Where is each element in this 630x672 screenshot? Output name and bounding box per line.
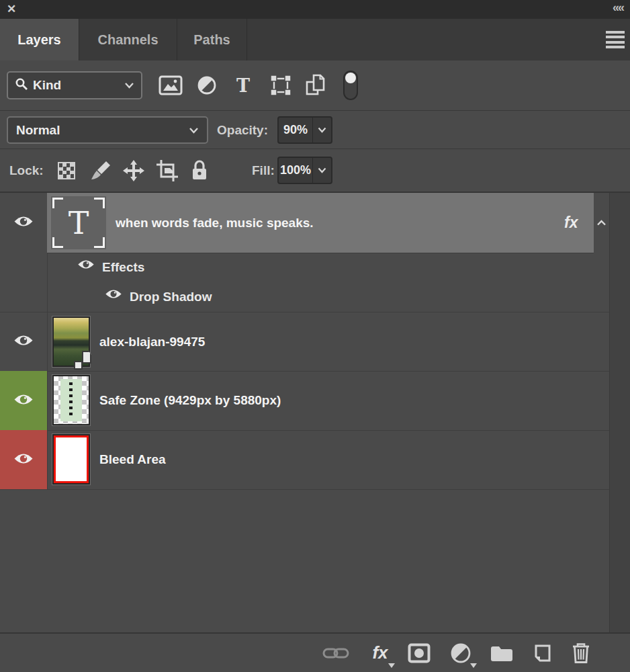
blend-mode-dropdown[interactable]: Normal	[7, 116, 208, 144]
eye-icon	[13, 452, 34, 468]
opacity-field[interactable]: 90%	[277, 116, 332, 144]
filter-adjustment-layers-icon[interactable]	[193, 60, 220, 110]
effects-row[interactable]: Effects	[0, 253, 609, 282]
filter-pixel-layers-icon[interactable]	[156, 60, 185, 110]
new-group-folder-icon[interactable]	[488, 634, 516, 672]
eye-icon	[13, 215, 34, 230]
link-layers-icon[interactable]	[321, 634, 351, 672]
tab-channels[interactable]: Channels	[79, 19, 177, 60]
layer-row-bleed-area[interactable]: Bleed Area	[0, 430, 609, 489]
fx-menu-arrow-icon	[388, 663, 395, 668]
opacity-dropdown-icon[interactable]	[313, 118, 331, 142]
scrollbar-track[interactable]	[609, 193, 630, 632]
drop-shadow-row[interactable]: Drop Shadow	[0, 282, 609, 312]
filter-kind-label: Kind	[33, 78, 61, 93]
layer-fx-badge[interactable]: fx	[564, 193, 578, 253]
layer-row-image[interactable]: alex-blajan-99475	[0, 312, 609, 371]
drop-shadow-visibility-toggle[interactable]	[105, 288, 122, 302]
chevron-down-icon	[124, 79, 134, 91]
tab-paths[interactable]: Paths	[177, 19, 247, 60]
smart-object-badge-icon	[74, 351, 91, 370]
filter-type-layers-icon[interactable]: T	[230, 60, 257, 110]
layers-panel: ✕ «« Layers Channels Paths Kind T	[0, 0, 630, 672]
filter-bar: Kind T	[0, 60, 630, 110]
effects-visibility-toggle[interactable]	[77, 259, 95, 273]
lock-image-pixels-brush-icon[interactable]	[89, 149, 113, 192]
fill-label: Fill:	[252, 149, 275, 192]
layer-name[interactable]: Safe Zone (9429px by 5880px)	[99, 371, 281, 430]
visibility-toggle[interactable]	[0, 312, 47, 371]
type-thumbnail-glyph: T	[51, 196, 106, 249]
lock-transparent-pixels-icon[interactable]	[55, 149, 78, 192]
filter-toggle-icon[interactable]	[339, 60, 363, 110]
panel-menu-icon[interactable]	[606, 31, 625, 48]
layers-footer-toolbar: fx	[0, 634, 630, 672]
safe-zone-thumbnail[interactable]	[52, 375, 90, 425]
filter-shape-layers-icon[interactable]	[266, 60, 296, 110]
lock-artboard-nesting-icon[interactable]	[154, 149, 180, 192]
opacity-value[interactable]: 90%	[279, 118, 313, 142]
search-icon	[15, 77, 28, 93]
effects-label[interactable]: Effects	[102, 253, 144, 282]
layer-name[interactable]: Bleed Area	[99, 430, 166, 489]
visibility-toggle-green-label[interactable]	[0, 371, 47, 430]
bleed-area-thumbnail[interactable]	[52, 434, 90, 485]
fill-dropdown-icon[interactable]	[313, 158, 331, 183]
drop-shadow-label[interactable]: Drop Shadow	[130, 282, 212, 312]
filter-kind-dropdown[interactable]: Kind	[7, 71, 142, 99]
divider	[0, 489, 609, 490]
layer-list: T when words fade, music speaks. fx Effe…	[0, 193, 630, 632]
text-layer-thumbnail[interactable]: T	[51, 196, 106, 249]
fill-value[interactable]: 100%	[279, 158, 313, 183]
safe-zone-marks	[69, 382, 73, 416]
filter-smart-objects-icon[interactable]	[302, 60, 329, 110]
layer-row-safe-zone[interactable]: Safe Zone (9429px by 5880px)	[0, 371, 609, 430]
collapse-effects-chevron[interactable]	[594, 193, 609, 253]
adjustment-menu-arrow-icon	[470, 663, 477, 668]
layer-name[interactable]: alex-blajan-99475	[99, 312, 205, 371]
layer-row-text[interactable]: T when words fade, music speaks. fx	[0, 193, 609, 253]
fill-field[interactable]: 100%	[277, 157, 332, 184]
lock-label: Lock:	[9, 149, 44, 192]
panel-tab-bar: Layers Channels Paths	[0, 19, 630, 60]
chevron-down-icon	[189, 124, 199, 136]
visibility-toggle-red-label[interactable]	[0, 430, 47, 489]
close-icon[interactable]: ✕	[7, 2, 16, 16]
blend-bar: Normal Opacity: 90%	[0, 111, 630, 149]
blend-mode-value: Normal	[16, 123, 60, 138]
lock-bar: Lock: Fill: 100%	[0, 149, 630, 192]
add-layer-mask-icon[interactable]	[406, 634, 433, 672]
panel-title-bar: ✕ ««	[0, 0, 630, 19]
new-layer-icon[interactable]	[529, 634, 555, 672]
lock-position-move-icon[interactable]	[121, 149, 146, 192]
eye-icon	[13, 334, 34, 349]
tab-layers[interactable]: Layers	[0, 19, 79, 60]
image-layer-thumbnail[interactable]	[52, 317, 90, 367]
bleed-area-preview	[54, 435, 89, 483]
opacity-label: Opacity:	[217, 111, 268, 149]
layer-name[interactable]: when words fade, music speaks.	[116, 193, 314, 253]
visibility-toggle[interactable]	[0, 193, 47, 253]
collapse-to-icons-icon[interactable]: ««	[613, 1, 623, 15]
delete-layer-trash-icon[interactable]	[568, 634, 594, 672]
lock-all-padlock-icon[interactable]	[188, 149, 211, 192]
eye-icon	[13, 393, 34, 409]
